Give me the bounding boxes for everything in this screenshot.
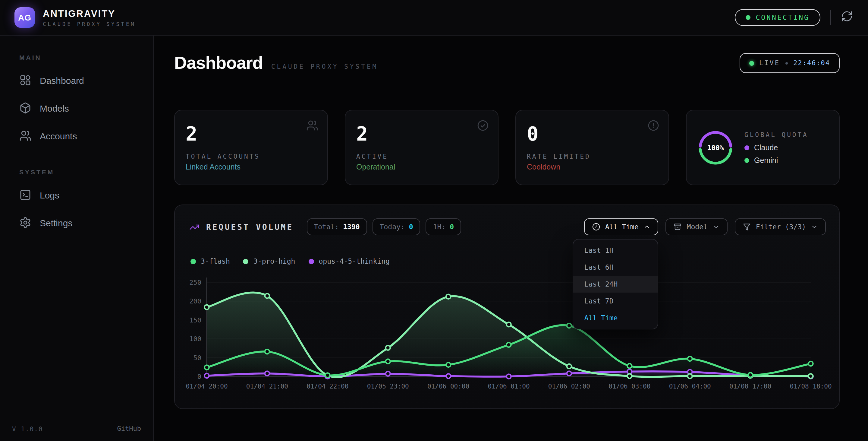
svg-text:200: 200 <box>189 297 201 305</box>
dropdown-option-all-time[interactable]: All Time <box>574 310 658 326</box>
quota-legend-label: Claude <box>754 143 778 152</box>
svg-text:150: 150 <box>189 317 201 324</box>
page-title: Dashboard <box>174 53 263 73</box>
global-quota-card: 100% GLOBAL QUOTA Claude Gemini <box>686 110 840 185</box>
gear-icon <box>19 216 31 229</box>
chip-value: 1390 <box>343 223 360 231</box>
svg-text:01/06 03:00: 01/06 03:00 <box>609 383 650 390</box>
chevron-down-icon <box>811 223 818 231</box>
dropdown-option-last-1h[interactable]: Last 1H <box>574 242 658 259</box>
svg-text:01/06 00:00: 01/06 00:00 <box>427 383 469 390</box>
legend-label: opus-4-5-thinking <box>318 257 390 265</box>
stat-sub: Cooldown <box>527 163 658 171</box>
users-icon <box>19 130 31 142</box>
sidebar: MAINDashboardModelsAccountsSYSTEMLogsSet… <box>0 36 154 441</box>
svg-text:01/06 01:00: 01/06 01:00 <box>488 383 530 390</box>
refresh-icon <box>841 10 853 25</box>
chart-header: REQUEST VOLUME Total: 1390 Today: 0 1H: … <box>189 218 826 235</box>
chevron-up-icon <box>644 223 651 231</box>
sidebar-item-label: Accounts <box>40 130 77 141</box>
box-icon <box>19 102 31 114</box>
svg-text:100: 100 <box>189 335 201 343</box>
trending-up-icon <box>189 222 199 232</box>
chart-controls: All Time Last 1HLast 6HLast 24HLast 7DAl… <box>584 218 826 235</box>
sidebar-item-accounts[interactable]: Accounts <box>12 122 141 149</box>
quota-legend: GLOBAL QUOTA Claude Gemini <box>744 130 808 165</box>
stat-label: TOTAL ACCOUNTS <box>186 153 316 160</box>
time-range-button[interactable]: All Time <box>584 218 658 235</box>
chip-value: 0 <box>450 223 454 231</box>
legend-label: 3-flash <box>201 257 230 265</box>
sidebar-item-label: Dashboard <box>40 75 84 85</box>
connection-status-pill: CONNECTING <box>735 9 821 26</box>
chip-value: 0 <box>409 223 413 231</box>
svg-text:01/06 04:00: 01/06 04:00 <box>669 383 711 390</box>
dropdown-option-last-6h[interactable]: Last 6H <box>574 259 658 276</box>
stat-cards-row: 2 TOTAL ACCOUNTS Linked Accounts 2 ACTIV… <box>174 110 840 185</box>
sidebar-item-models[interactable]: Models <box>12 95 141 121</box>
stat-sub: Linked Accounts <box>186 163 316 171</box>
chevron-down-icon <box>712 223 720 231</box>
svg-text:01/06 02:00: 01/06 02:00 <box>548 383 590 390</box>
status-dot-icon <box>746 15 750 20</box>
sidebar-item-label: Settings <box>40 217 72 228</box>
request-volume-chart: 05010015020025001/04 20:0001/04 21:0001/… <box>181 273 832 404</box>
sidebar-item-logs[interactable]: Logs <box>12 182 141 208</box>
chart-legend: 3-flash3-pro-highopus-4-5-thinking <box>190 257 390 265</box>
chip-label: 1H: <box>433 223 446 231</box>
svg-text:50: 50 <box>193 354 202 362</box>
top-bar: AG ANTIGRAVITY CLAUDE PROXY SYSTEM CONNE… <box>0 0 868 36</box>
sidebar-item-settings[interactable]: Settings <box>12 209 141 236</box>
model-filter-button[interactable]: Model <box>666 218 727 235</box>
svg-text:01/04 22:00: 01/04 22:00 <box>307 383 348 390</box>
quota-title: GLOBAL QUOTA <box>744 130 808 138</box>
svg-text:01/08 17:00: 01/08 17:00 <box>730 383 771 390</box>
layout-grid-icon <box>19 74 31 86</box>
sidebar-footer: V 1.0.0 GitHub <box>12 425 141 433</box>
legend-item-3-flash: 3-flash <box>190 257 230 265</box>
time-range-dropdown: Last 1HLast 6HLast 24HLast 7DAll Time <box>573 239 658 329</box>
svg-text:01/04 21:00: 01/04 21:00 <box>246 383 288 390</box>
title-row: Dashboard CLAUDE PROXY SYSTEM <box>174 53 378 73</box>
brand-name: ANTIGRAVITY <box>43 8 135 19</box>
live-dot-icon <box>749 61 754 65</box>
stat-label: RATE LIMITED <box>527 153 658 160</box>
topbar-right: CONNECTING <box>735 9 854 26</box>
live-clock: 22:46:04 <box>793 59 830 67</box>
time-range-label: All Time <box>605 223 639 231</box>
live-badge: LIVE 22:46:04 <box>739 53 840 73</box>
quota-legend-claude: Claude <box>744 143 808 152</box>
users-icon <box>306 119 318 131</box>
quota-legend-gemini: Gemini <box>744 156 808 165</box>
one-hour-chip: 1H: 0 <box>426 218 461 235</box>
series-filter-button[interactable]: Filter (3/3) <box>735 218 826 235</box>
alert-circle-icon <box>647 119 659 131</box>
quota-legend-label: Gemini <box>754 156 778 165</box>
brand-block: ANTIGRAVITY CLAUDE PROXY SYSTEM <box>43 8 135 27</box>
version-text: V 1.0.0 <box>12 425 43 432</box>
check-circle-icon <box>477 119 489 131</box>
archive-icon <box>674 223 682 231</box>
chip-label: Total: <box>314 223 339 231</box>
legend-dot-icon <box>243 259 249 264</box>
line-chart-svg: 05010015020025001/04 20:0001/04 21:0001/… <box>181 273 832 404</box>
app-root: AG ANTIGRAVITY CLAUDE PROXY SYSTEM CONNE… <box>0 0 868 441</box>
main-content: Dashboard CLAUDE PROXY SYSTEM LIVE 22:46… <box>154 36 868 441</box>
topbar-divider <box>830 10 831 25</box>
github-link[interactable]: GitHub <box>117 425 141 433</box>
brand-tagline: CLAUDE PROXY SYSTEM <box>43 21 135 27</box>
status-label: CONNECTING <box>756 13 810 22</box>
claude-dot-icon <box>744 145 749 150</box>
sidebar-item-label: Models <box>40 103 69 113</box>
dropdown-option-last-7d[interactable]: Last 7D <box>574 293 658 310</box>
logo-text: AG <box>18 13 31 22</box>
dropdown-option-last-24h[interactable]: Last 24H <box>574 276 658 293</box>
chart-title: REQUEST VOLUME <box>206 222 293 231</box>
gemini-dot-icon <box>744 158 749 163</box>
funnel-icon <box>743 223 751 231</box>
today-chip: Today: 0 <box>373 218 421 235</box>
quota-percent: 100% <box>698 129 734 166</box>
refresh-button[interactable] <box>840 11 854 24</box>
quota-donut: 100% <box>698 129 734 166</box>
sidebar-item-dashboard[interactable]: Dashboard <box>12 67 141 93</box>
